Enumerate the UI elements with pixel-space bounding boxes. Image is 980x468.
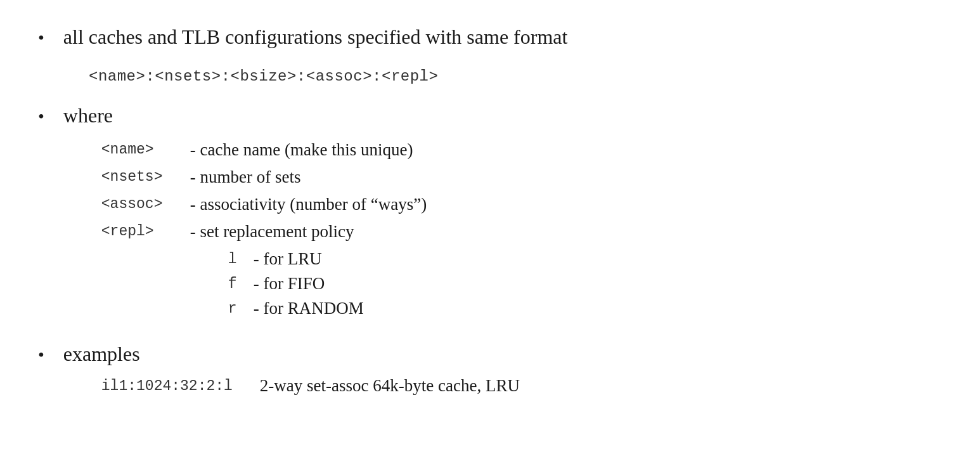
repl-fifo-row: f - for FIFO (228, 274, 427, 294)
bullet-dot-where: • (38, 107, 44, 127)
bullet-item-examples: • examples il1:1024:32:2:l 2-way set-ass… (38, 342, 925, 396)
repl-sub-options: l - for LRU f - for FIFO r - for RANDOM (228, 249, 427, 318)
def-desc-nsets: - number of sets (190, 167, 301, 187)
bullet-text-1: all caches and TLB configurations specif… (63, 25, 568, 49)
repl-code-f: f (228, 276, 247, 292)
def-code-repl: <repl> (101, 222, 184, 240)
def-row-assoc: <assoc> - associativity (number of “ways… (101, 195, 427, 214)
where-label: where (63, 104, 113, 127)
bullet-dot-1: • (38, 28, 44, 48)
repl-lru-row: l - for LRU (228, 249, 427, 269)
def-desc-name: - cache name (make this unique) (190, 140, 413, 160)
examples-section-content: examples il1:1024:32:2:l 2-way set-assoc… (63, 342, 520, 396)
repl-random-row: r - for RANDOM (228, 299, 427, 318)
def-desc-assoc: - associativity (number of “ways”) (190, 195, 427, 214)
bullet-item-where: • where <name> - cache name (make this u… (38, 104, 925, 323)
example-code-1: il1:1024:32:2:l (101, 378, 241, 394)
bullet-dot-examples: • (38, 345, 44, 365)
def-code-name: <name> (101, 140, 184, 158)
bullet-item-1: • all caches and TLB configurations spec… (38, 25, 925, 49)
def-code-assoc: <assoc> (101, 195, 184, 212)
example-row-1: il1:1024:32:2:l 2-way set-assoc 64k-byte… (101, 376, 520, 396)
repl-desc-f: - for FIFO (254, 274, 325, 294)
example-desc-1: 2-way set-assoc 64k-byte cache, LRU (260, 376, 520, 396)
definitions-table: <name> - cache name (make this unique) <… (101, 140, 427, 318)
format-code-block: <name>:<nsets>:<bsize>:<assoc>:<repl> (89, 68, 925, 85)
def-desc-repl: - set replacement policy (190, 222, 354, 242)
def-row-name: <name> - cache name (make this unique) (101, 140, 427, 160)
repl-desc-r: - for RANDOM (254, 299, 364, 318)
main-content: • all caches and TLB configurations spec… (38, 25, 925, 396)
repl-code-l: l (228, 251, 247, 268)
where-section: where <name> - cache name (make this uni… (63, 104, 427, 323)
repl-desc-l: - for LRU (254, 249, 322, 269)
def-row-repl: <repl> - set replacement policy (101, 222, 427, 242)
examples-label: examples (63, 342, 140, 365)
def-code-nsets: <nsets> (101, 167, 184, 185)
repl-code-r: r (228, 301, 247, 317)
def-row-nsets: <nsets> - number of sets (101, 167, 427, 187)
